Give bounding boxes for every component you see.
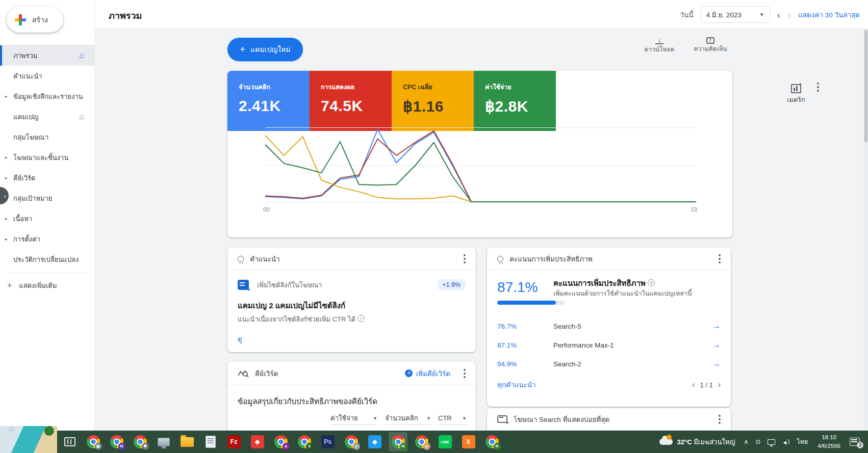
sidebar-item-recommendations[interactable]: คำแนะนำ xyxy=(0,66,94,86)
scrollbar-thumb[interactable] xyxy=(864,30,867,142)
chevron-down-icon: ▼ xyxy=(426,416,431,421)
taskbar-app-icons: ▤N✱Fz◈aSPs●◆N●LINEXN xyxy=(60,431,501,453)
metric-dropdown-clicks[interactable]: จำนวนคลิก ▼ xyxy=(385,412,431,425)
line-app[interactable]: LINE xyxy=(436,432,454,451)
notification-center-icon[interactable]: 3 xyxy=(850,438,860,446)
chevron-down-icon: ▼ xyxy=(462,416,467,421)
chrome-browser-n-active[interactable]: N xyxy=(389,432,407,451)
google-plus-icon xyxy=(15,14,26,25)
desktop-wallpaper-beach xyxy=(0,426,57,453)
xampp[interactable]: X xyxy=(459,432,478,451)
notepad[interactable] xyxy=(201,432,220,451)
chrome-browser-docs[interactable]: ▤ xyxy=(84,432,103,451)
chrome-browser-face[interactable]: ● xyxy=(412,432,431,451)
recommendation-headline: แคมเปญ 2 แคมเปญไม่มีไซต์ลิงก์ xyxy=(238,300,345,312)
search-ads-more-options-icon[interactable] xyxy=(719,418,721,420)
x-axis-tick-start: 00 xyxy=(263,206,270,212)
sidebar-item-insights-reports[interactable]: ▸ ข้อมูลเชิงลึกและรายงาน xyxy=(0,86,94,106)
photoshop[interactable]: Ps xyxy=(318,432,337,451)
file-explorer-icon xyxy=(181,437,194,447)
tray-app-icon[interactable]: ⊙ xyxy=(752,438,764,445)
help-icon[interactable]: ? xyxy=(358,315,365,322)
lightbulb-icon xyxy=(238,256,244,262)
sidebar-item-ad-groups[interactable]: กลุ่มโฆษณา xyxy=(0,127,94,147)
tray-expand-icon[interactable]: ∧ xyxy=(741,438,752,445)
chrome-browser-n2-icon: N xyxy=(486,435,499,448)
add-keyword-button[interactable]: + เพิ่มคีย์เวิร์ด xyxy=(405,368,450,379)
metric-card-cost[interactable]: ค่าใช้จ่าย ฿2.8K xyxy=(474,71,556,131)
optimization-more-options-icon[interactable] xyxy=(719,258,721,260)
sidebar-item-settings[interactable]: ▸ การตั้งค่า xyxy=(0,229,94,249)
my-computer[interactable] xyxy=(154,432,173,451)
create-button[interactable]: สร้าง xyxy=(7,7,63,33)
notepad-icon xyxy=(206,436,216,448)
weather-widget[interactable]: 32°C มีเมฆส่วนใหญ่ xyxy=(654,431,740,453)
optimization-score-card: คะแนนการเพิ่มประสิทธิภาพ 87.1% คะแนนการเ… xyxy=(487,248,731,407)
metrics-chart-icon: + xyxy=(791,84,801,93)
sidebar-item-content[interactable]: ▸ เนื้อหา xyxy=(0,208,94,229)
sidebar-item-campaigns[interactable]: แคมเปญ ⌂ xyxy=(0,106,94,127)
chrome-browser-pinwheel[interactable]: ✱ xyxy=(131,432,149,451)
pagination-next-icon[interactable]: › xyxy=(718,380,721,389)
lightbulb-icon xyxy=(497,256,503,262)
arrow-right-icon[interactable]: → xyxy=(712,322,721,331)
chrome-browser-n2[interactable]: N xyxy=(482,432,501,451)
campaign-score-row[interactable]: 87.1% Performance Max-1 → xyxy=(497,339,721,351)
keywords-more-options-icon[interactable] xyxy=(464,372,466,375)
vertical-scrollbar[interactable] xyxy=(863,29,868,431)
metric-card-clicks[interactable]: จำนวนคลิก 2.41K xyxy=(227,71,310,131)
keywords-summary-text: ข้อมูลสรุปเกี่ยวกับประสิทธิภาพของคีย์เวิ… xyxy=(238,395,377,408)
chrome-browser-docs-icon: ▤ xyxy=(87,435,100,448)
metric-dropdown-cost[interactable]: ค่าใช้จ่าย ▼ xyxy=(330,412,377,425)
new-campaign-button[interactable]: + แคมเปญใหม่ xyxy=(227,38,303,61)
metric-card-avg-cpc[interactable]: CPC เฉลี่ย ฿1.16 xyxy=(392,71,474,131)
main-content: + แคมเปญใหม่ ↓ ดาวน์โหลด ! ความคิดเห็น จ… xyxy=(95,29,868,453)
volume-icon[interactable] xyxy=(783,440,787,444)
sidebar-divider xyxy=(7,273,88,273)
previous-period-button[interactable]: ‹ xyxy=(777,10,781,20)
chrome-browser-a[interactable]: a xyxy=(271,432,290,451)
filezilla[interactable]: Fz xyxy=(224,432,243,451)
expand-arrow-icon: ▸ xyxy=(5,236,8,242)
chart-more-options-icon[interactable] xyxy=(817,86,819,88)
optimization-description: เพิ่มคะแนนด้วยการใช้คำแนะนำในแคมเปญเหล่า… xyxy=(553,288,692,299)
help-icon[interactable]: ? xyxy=(648,279,655,286)
metric-card-impressions[interactable]: การแสดงผล 74.5K xyxy=(310,71,392,131)
chrome-browser-n-purple[interactable]: N xyxy=(107,432,126,451)
all-recommendations-link[interactable]: ทุกคำแนะนำ xyxy=(497,379,692,390)
task-view[interactable] xyxy=(60,432,79,451)
page-header: ภาพรวม วันนี้ 4 มิ.ย. 2023 ▼ ‹ › แสดงค่า… xyxy=(95,0,868,29)
sidebar-item-keywords[interactable]: ▸ คีย์เวิร์ด xyxy=(0,168,94,188)
view-link[interactable]: ดู xyxy=(238,333,242,344)
campaign-score-row[interactable]: 94.9% Search-2 → xyxy=(497,358,721,370)
my-computer-icon xyxy=(158,438,170,446)
chrome-browser-n-active-icon: N xyxy=(392,435,405,448)
sidebar-item-show-more[interactable]: + แสดงเพิ่มเติม xyxy=(0,276,94,295)
sidebar-item-ads-assets[interactable]: ▸ โฆษณาและชิ้นงาน xyxy=(0,147,94,168)
next-period-button[interactable]: › xyxy=(787,10,791,20)
keywords-trend-icon xyxy=(238,369,249,378)
download-button[interactable]: ↓ ดาวน์โหลด xyxy=(641,37,678,54)
metric-dropdown-ctr[interactable]: CTR ▼ xyxy=(438,412,467,425)
chrome-browser-s[interactable]: S xyxy=(295,432,314,451)
keyboard-language[interactable]: ไทย xyxy=(792,437,812,447)
network-display-icon[interactable] xyxy=(768,439,775,445)
chrome-browser-s-icon: S xyxy=(298,435,311,448)
date-range-picker[interactable]: 4 มิ.ย. 2023 ▼ xyxy=(701,6,770,23)
red-diamond-app[interactable]: ◈ xyxy=(248,432,267,451)
sidebar-item-audiences[interactable]: กลุ่มเป้าหมาย xyxy=(0,188,94,208)
arrow-right-icon[interactable]: → xyxy=(712,359,721,368)
clock[interactable]: 18:10 4/6/2566 xyxy=(812,433,846,451)
sidebar-item-overview[interactable]: ภาพรวม ⌂ xyxy=(0,45,94,66)
show-last-30-days-link[interactable]: แสดงค่า 30 วันล่าสุด xyxy=(798,9,860,20)
metrics-selector-button[interactable]: + เมตริก xyxy=(781,84,811,105)
chrome-browser-profile[interactable]: ● xyxy=(342,432,361,451)
file-explorer[interactable] xyxy=(177,432,196,451)
campaign-score-row[interactable]: 76.7% Search-5 → xyxy=(497,320,721,332)
pagination-prev-icon[interactable]: ‹ xyxy=(692,380,695,389)
feedback-button[interactable]: ! ความคิดเห็น xyxy=(692,37,729,54)
vscode[interactable]: ◆ xyxy=(365,432,384,451)
arrow-right-icon[interactable]: → xyxy=(712,340,721,350)
sidebar-item-change-history[interactable]: ประวัติการเปลี่ยนแปลง xyxy=(0,249,94,270)
recommendations-more-options-icon[interactable] xyxy=(464,258,466,260)
